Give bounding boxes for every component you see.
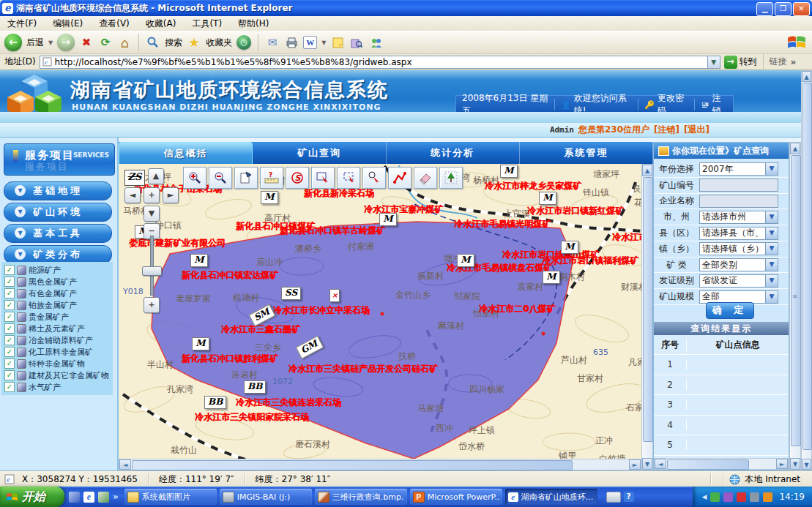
close-button[interactable]: ✕ bbox=[793, 2, 810, 16]
sidebar-btn-base-geography[interactable]: ▼基础地理 bbox=[4, 181, 112, 200]
research-icon[interactable] bbox=[349, 35, 364, 50]
tray-collapse-icon[interactable]: ◀ bbox=[701, 493, 707, 500]
checkbox-checked[interactable]: ✓ bbox=[4, 265, 15, 275]
map-nav-down[interactable]: ▼ bbox=[144, 206, 160, 222]
messenger-icon[interactable] bbox=[368, 35, 383, 50]
menu-favorites[interactable]: 收藏(A) bbox=[146, 18, 176, 30]
address-dropdown-icon[interactable]: ▼ bbox=[707, 56, 720, 68]
menu-tools[interactable]: 工具(T) bbox=[192, 18, 222, 30]
map-nav-right[interactable]: ► bbox=[163, 187, 179, 203]
map-tool-distance[interactable] bbox=[388, 167, 411, 189]
table-row[interactable]: 1 bbox=[654, 355, 789, 375]
back-button[interactable]: ← bbox=[4, 34, 22, 51]
start-button[interactable]: 开始 bbox=[0, 487, 64, 507]
taskbar-item-folder[interactable]: 系统截图图片 bbox=[124, 489, 217, 505]
year-select[interactable]: 2007年▼ bbox=[699, 162, 778, 176]
back-label[interactable]: 后退 bbox=[26, 37, 44, 49]
map-tool-zoom-out[interactable] bbox=[209, 167, 232, 189]
table-row[interactable]: 5 bbox=[654, 435, 789, 456]
scroll-down-icon[interactable]: ▼ bbox=[642, 458, 652, 470]
map-canvas[interactable]: 大禾坪小云村苏家湾杨桥村塘家坪良溪村铎山镇花桥马桥村冲口镇高厅村上官溪潘桥乡付家… bbox=[119, 164, 641, 459]
map-tool-rect-select[interactable] bbox=[337, 167, 360, 189]
scroll-up-icon[interactable]: ▲ bbox=[790, 143, 800, 154]
mine-marker[interactable]: M bbox=[261, 191, 278, 204]
mine-marker[interactable]: SS bbox=[281, 287, 301, 300]
mine-scale-select[interactable]: 全部▼ bbox=[699, 290, 778, 304]
chevron-down-icon[interactable]: ▼ bbox=[765, 228, 778, 239]
map-vscrollbar[interactable]: ▲ ▼ bbox=[641, 164, 653, 470]
checkbox-checked[interactable]: ✓ bbox=[4, 358, 15, 369]
taskbar-item-current-ie[interactable]: e 湖南省矿山地质环... bbox=[505, 489, 597, 505]
minimize-button[interactable]: ▁ bbox=[756, 2, 773, 16]
clock[interactable]: 14:19 bbox=[779, 492, 805, 502]
mine-marker[interactable]: × bbox=[329, 289, 340, 302]
media-quicklaunch-icon[interactable] bbox=[98, 492, 109, 503]
tab-stat-analysis[interactable]: 统计分析 bbox=[387, 142, 520, 164]
exit-text-link[interactable]: [退出] bbox=[684, 124, 709, 136]
map-tool-zoom-in[interactable] bbox=[183, 167, 206, 189]
map-nav-center[interactable]: + bbox=[144, 187, 160, 203]
favorites-star-icon[interactable]: ★ bbox=[187, 35, 201, 50]
scroll-up-icon[interactable]: ▲ bbox=[642, 165, 652, 176]
search-label[interactable]: 搜索 bbox=[165, 37, 182, 49]
map-tool-hotspot[interactable]: S bbox=[286, 167, 309, 189]
show-desktop-icon[interactable] bbox=[69, 492, 80, 503]
taskbar-item-drive[interactable]: IMGIS-BAI (J:) bbox=[220, 489, 312, 505]
mine-marker[interactable]: BB bbox=[244, 380, 266, 394]
refresh-icon[interactable]: ⟳ bbox=[98, 35, 113, 50]
checkbox-checked[interactable]: ✓ bbox=[4, 382, 15, 392]
tray-icon-purple[interactable] bbox=[723, 492, 733, 502]
tab-info-overview[interactable]: 信息概括 bbox=[119, 142, 253, 164]
logout-link[interactable]: 🖳注销 bbox=[694, 99, 733, 110]
map-nav-zs[interactable]: ZS bbox=[124, 170, 145, 186]
notes-icon[interactable] bbox=[330, 35, 345, 50]
checkbox-checked[interactable]: ✓ bbox=[4, 277, 15, 287]
chevron-down-icon[interactable]: ▼ bbox=[765, 291, 778, 303]
chevron-down-icon[interactable]: ▼ bbox=[765, 259, 778, 271]
tab-mine-query[interactable]: 矿山查询 bbox=[253, 142, 386, 164]
links-more-icon[interactable]: » bbox=[791, 57, 797, 67]
submit-button[interactable]: 确 定 bbox=[706, 302, 754, 319]
sidebar-btn-basic-tools[interactable]: ▼基本工具 bbox=[4, 224, 112, 243]
table-row[interactable]: 4 bbox=[654, 416, 789, 436]
menu-help[interactable]: 帮助(H) bbox=[238, 18, 269, 30]
mine-marker[interactable]: M bbox=[561, 241, 578, 254]
chevron-down-icon[interactable]: ▼ bbox=[765, 243, 778, 255]
mine-marker[interactable]: M bbox=[190, 254, 208, 267]
map-zoom-plus[interactable]: + bbox=[144, 297, 160, 313]
chevron-down-icon[interactable]: ▼ bbox=[765, 163, 778, 175]
forward-button[interactable]: → bbox=[57, 34, 75, 51]
map-zoom-slider-handle[interactable] bbox=[142, 266, 162, 276]
map-tool-legend[interactable] bbox=[439, 167, 463, 189]
city-select[interactable]: 请选择市州▼ bbox=[699, 211, 778, 224]
mine-marker[interactable]: BB bbox=[204, 396, 226, 409]
print-icon[interactable] bbox=[284, 35, 299, 50]
map-tool-point-select[interactable] bbox=[362, 167, 386, 189]
map-nav-up[interactable]: ▲ bbox=[148, 168, 164, 184]
links-label[interactable]: 链接 bbox=[770, 56, 787, 68]
logout-text-link[interactable]: [注销] bbox=[654, 124, 679, 136]
mine-marker[interactable]: M bbox=[192, 337, 209, 350]
scroll-right-icon[interactable]: ► bbox=[629, 459, 641, 470]
panel-hscrollbar[interactable]: ◄ ► bbox=[654, 458, 789, 470]
table-row[interactable]: 3 bbox=[654, 395, 789, 416]
mine-marker[interactable]: M bbox=[457, 254, 474, 267]
scroll-up-icon[interactable]: ▲ bbox=[802, 71, 811, 82]
tray-icon-orange[interactable] bbox=[763, 492, 772, 502]
panel-vscrollbar[interactable]: ▲ ≡ ▼ bbox=[789, 142, 801, 470]
town-select[interactable]: 请选择镇（乡）▼ bbox=[699, 242, 778, 255]
go-button[interactable]: → 转到 bbox=[724, 56, 757, 69]
scroll-down-icon[interactable]: ▼ bbox=[790, 458, 800, 470]
help-language-icon[interactable]: ? bbox=[624, 492, 634, 502]
tray-icon-shield[interactable] bbox=[737, 492, 746, 502]
checkbox-checked[interactable]: ✓ bbox=[4, 347, 15, 357]
checkbox-checked[interactable]: ✓ bbox=[4, 300, 15, 310]
home-icon[interactable]: ⌂ bbox=[117, 35, 132, 50]
language-keyboard-icon[interactable] bbox=[606, 492, 621, 503]
tray-icon-green[interactable] bbox=[710, 492, 720, 502]
map-nav-left[interactable]: ◄ bbox=[124, 187, 141, 203]
welcome-link[interactable]: 👤欢迎您访问系统! bbox=[554, 99, 638, 110]
company-name-input[interactable] bbox=[699, 195, 778, 208]
search-icon[interactable] bbox=[146, 35, 160, 50]
mine-marker[interactable]: GM bbox=[296, 336, 324, 359]
